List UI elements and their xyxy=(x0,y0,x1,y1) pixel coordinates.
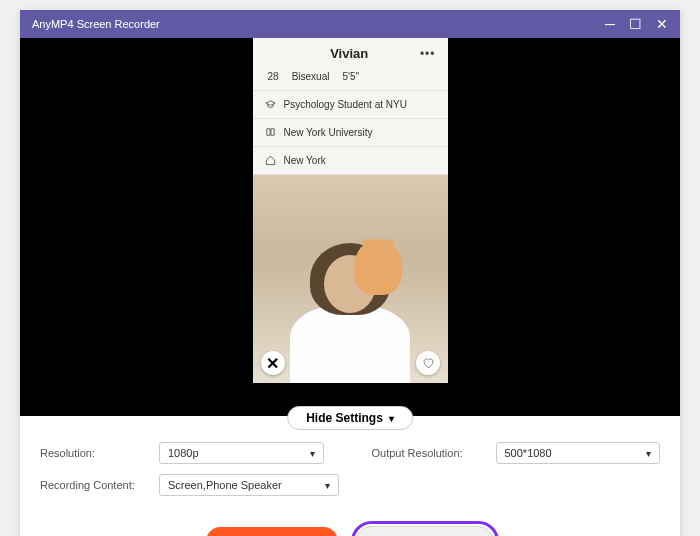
book-icon xyxy=(265,127,276,138)
recording-content-label: Recording Content: xyxy=(40,479,145,491)
school-row: New York University xyxy=(253,119,448,147)
orientation-stat: Bisexual xyxy=(289,71,330,82)
cat-illustration xyxy=(354,239,402,295)
person-illustration xyxy=(280,233,420,383)
app-window: AnyMP4 Screen Recorder ─ ☐ ✕ Vivian ••• … xyxy=(20,10,680,536)
maximize-button[interactable]: ☐ xyxy=(629,17,642,31)
settings-panel: Resolution: 1080p ▾ Output Resolution: 5… xyxy=(20,416,680,520)
window-controls: ─ ☐ ✕ xyxy=(605,17,668,31)
preview-area: Vivian ••• 28 Bisexual 5'5" xyxy=(20,38,680,416)
bottom-bar: Record SnapShot Recording history xyxy=(20,520,680,536)
output-resolution-select[interactable]: 500*1080 ▾ xyxy=(496,442,661,464)
resolution-label: Resolution: xyxy=(40,447,145,459)
snapshot-button[interactable]: SnapShot xyxy=(356,526,493,536)
close-button[interactable]: ✕ xyxy=(656,17,668,31)
hide-settings-button[interactable]: Hide Settings ▾ xyxy=(287,406,413,430)
city-row: New York xyxy=(253,147,448,175)
content-row: Recording Content: Screen,Phone Speaker … xyxy=(40,474,660,496)
resolution-select[interactable]: 1080p ▾ xyxy=(159,442,324,464)
age-stat: 28 xyxy=(265,71,279,82)
chevron-down-icon: ▾ xyxy=(646,448,651,459)
reject-button[interactable]: ✕ xyxy=(261,351,285,375)
minimize-button[interactable]: ─ xyxy=(605,17,615,31)
education-row: Psychology Student at NYU xyxy=(253,91,448,119)
record-button[interactable]: Record xyxy=(206,527,338,536)
chevron-down-icon: ▾ xyxy=(389,413,394,424)
phone-mirror: Vivian ••• 28 Bisexual 5'5" xyxy=(253,38,448,383)
more-icon[interactable]: ••• xyxy=(420,47,436,61)
app-title: AnyMP4 Screen Recorder xyxy=(32,18,160,30)
profile-name: Vivian xyxy=(330,46,368,61)
output-resolution-label: Output Resolution: xyxy=(372,447,482,459)
chevron-down-icon: ▾ xyxy=(310,448,315,459)
graduation-icon xyxy=(265,99,276,110)
resolution-row: Resolution: 1080p ▾ Output Resolution: 5… xyxy=(40,442,660,464)
profile-stats: 28 Bisexual 5'5" xyxy=(253,67,448,91)
chevron-down-icon: ▾ xyxy=(325,480,330,491)
like-button[interactable] xyxy=(416,351,440,375)
profile-photo: ✕ xyxy=(253,175,448,383)
recording-content-select[interactable]: Screen,Phone Speaker ▾ xyxy=(159,474,339,496)
titlebar: AnyMP4 Screen Recorder ─ ☐ ✕ xyxy=(20,10,680,38)
home-icon xyxy=(265,155,276,166)
profile-header: Vivian ••• xyxy=(253,38,448,67)
height-stat: 5'5" xyxy=(339,71,359,82)
heart-icon xyxy=(422,357,434,369)
